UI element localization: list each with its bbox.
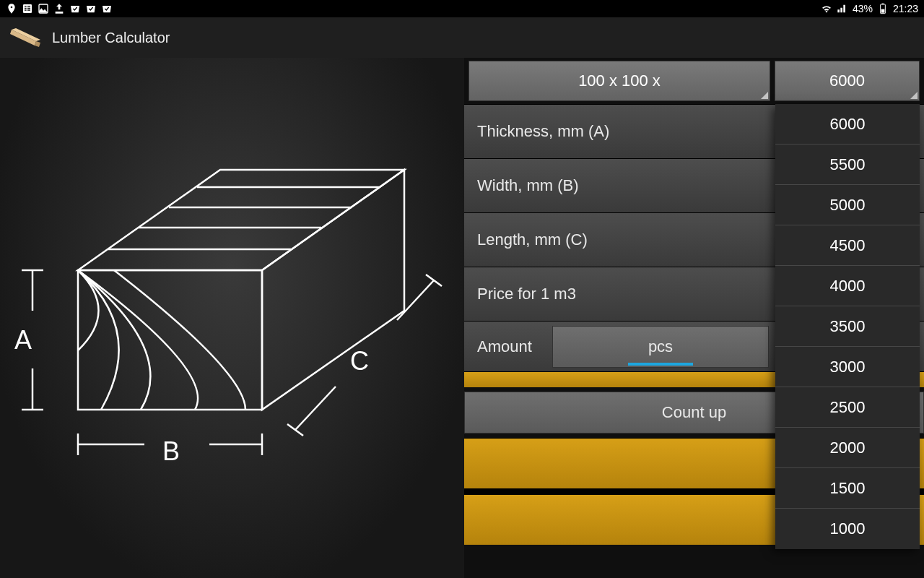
length-option[interactable]: 5500 (775, 144, 920, 185)
size-selector-value: 100 x 100 x (578, 72, 661, 90)
holo-underline (628, 363, 693, 366)
diagram-pane: A B C (0, 58, 464, 578)
check-notif-icon (69, 3, 81, 14)
length-selector[interactable]: 6000 (775, 61, 920, 101)
calc-notif-icon (22, 3, 33, 14)
controls-pane: 100 x 100 x 6000 Thickness, mm (A) Width… (464, 58, 924, 578)
app-lumber-icon (10, 28, 42, 47)
length-option[interactable]: 3000 (775, 347, 920, 387)
spinner-triangle-icon (761, 92, 768, 99)
size-selector-row: 100 x 100 x 6000 (464, 58, 924, 104)
diagram-label-c: C (350, 346, 369, 376)
svg-marker-9 (78, 170, 404, 270)
size-selector[interactable]: 100 x 100 x (468, 61, 770, 101)
length-option[interactable]: 1500 (775, 468, 920, 509)
svg-rect-3 (882, 4, 884, 4)
count-up-label: Count up (662, 403, 726, 422)
length-option[interactable]: 3500 (775, 306, 920, 347)
app-title: Lumber Calculator (52, 30, 170, 46)
svg-line-26 (295, 387, 336, 430)
lumber-diagram: A B C (0, 58, 464, 578)
status-bar-left (6, 3, 113, 14)
android-status-bar: 43% 21:23 (0, 0, 924, 17)
upload-icon (53, 3, 65, 14)
wifi-icon (821, 3, 832, 14)
width-label: Width, mm (B) (464, 159, 665, 212)
length-option[interactable]: 5000 (775, 185, 920, 225)
unit-toggle-pcs[interactable]: pcs (552, 326, 769, 368)
length-option[interactable]: 2000 (775, 428, 920, 468)
check-notif-icon-2 (85, 3, 97, 14)
clock: 21:23 (893, 3, 918, 14)
status-bar-right: 43% 21:23 (821, 3, 918, 14)
length-option[interactable]: 1000 (775, 509, 920, 549)
diagram-label-a: A (14, 325, 32, 355)
svg-line-25 (397, 280, 434, 320)
length-option[interactable]: 6000 (775, 104, 920, 144)
thickness-label: Thickness, mm (A) (464, 105, 665, 158)
price-label: Price for 1 m3 (464, 267, 665, 321)
spinner-triangle-icon (910, 92, 918, 99)
length-dropdown: 6000550050004500400035003000250020001500… (775, 104, 920, 549)
action-bar: Lumber Calculator (0, 17, 924, 58)
length-label: Length, mm (C) (464, 213, 665, 267)
diagram-label-b: B (162, 436, 180, 466)
svg-rect-4 (881, 9, 885, 13)
battery-icon (877, 3, 889, 14)
signal-icon (837, 3, 848, 14)
battery-pct: 43% (853, 3, 873, 14)
check-notif-icon-3 (101, 3, 113, 14)
amount-label: Amount (464, 322, 548, 371)
svg-marker-10 (262, 170, 404, 410)
location-icon (6, 3, 17, 14)
length-selector-value: 6000 (829, 72, 865, 90)
length-option[interactable]: 2500 (775, 387, 920, 428)
main-area: A B C 100 x 100 x 6000 Thickness, mm (A)… (0, 58, 924, 578)
length-option[interactable]: 4500 (775, 225, 920, 266)
image-icon (38, 3, 49, 14)
unit-toggle-label: pcs (648, 337, 673, 356)
length-option[interactable]: 4000 (775, 266, 920, 306)
